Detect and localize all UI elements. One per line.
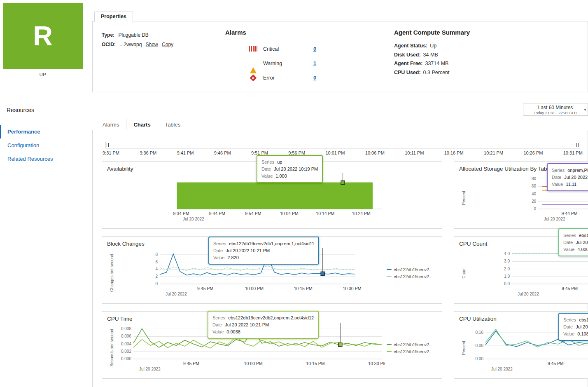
chart-card-storage-utilization: Allocated Storage Utilization By Tablesp… <box>454 161 588 229</box>
legend-item: ebs122db19cenv2... <box>387 349 438 354</box>
timeline-tick: 10:21 PM <box>484 150 503 155</box>
y-axis-label: Changes per second <box>107 248 117 298</box>
svg-text:20: 20 <box>532 199 537 204</box>
svg-text:9:45 PM: 9:45 PM <box>548 361 564 366</box>
charts-grid: Availability 9:34 PM9:44 PM9:54 PM10:04 … <box>102 161 583 379</box>
svg-text:0.08: 0.08 <box>476 343 484 348</box>
chart-legend: ebs122db19cenv2...ebs122db19cenv2... <box>385 248 438 298</box>
agent-summary-title: Agent Compute Summary <box>394 29 579 36</box>
chart-card-block-changes: Block Changes Changes per second 024689:… <box>102 236 442 304</box>
svg-text:0.004: 0.004 <box>121 342 131 346</box>
timeline-tick: 9:46 PM <box>214 150 231 155</box>
chart-legend: ebs122db19cenv2...ebs122db19cenv2... <box>385 323 438 373</box>
svg-text:6: 6 <box>155 260 158 264</box>
alarm-row-warning: ! Warning 1 <box>248 56 394 70</box>
timeline-tick: 10:11 PM <box>405 150 424 155</box>
timeline-tick: 10:01 PM <box>325 150 345 155</box>
alarm-label: Error <box>263 75 303 81</box>
svg-text:1.0: 1.0 <box>504 274 510 279</box>
svg-text:9:44 PM: 9:44 PM <box>209 211 225 216</box>
time-range-sublabel: Today 21:31 - 22:31 CDT <box>523 110 588 115</box>
y-axis-label: Seconds per second <box>107 323 117 373</box>
ocid-label: OCID: <box>102 42 116 47</box>
agent-compute-summary: Agent Compute Summary Agent Status:Up Di… <box>394 29 579 85</box>
tab-alarms[interactable]: Alarms <box>96 119 126 130</box>
svg-text:2.0: 2.0 <box>504 267 510 271</box>
charts-panel: 9:31 PM9:36 PM9:41 PM9:46 PM9:51 PM9:56 … <box>92 130 588 387</box>
legend-swatch <box>387 269 392 270</box>
critical-count-link[interactable]: 0 <box>313 46 316 52</box>
sidebar-item-configuration[interactable]: Configuration <box>0 138 92 152</box>
timeline-tick: 9:31 PM <box>103 150 119 155</box>
warning-icon: ! <box>250 60 257 66</box>
legend-label: ebs122db19cenv2... <box>394 274 433 279</box>
svg-text:9:54 PM: 9:54 PM <box>245 211 261 216</box>
legend-swatch <box>387 344 392 345</box>
svg-text:10:24 PM: 10:24 PM <box>352 211 371 216</box>
chart-tooltip: Seriesebs122db19cenv2db2,onprem,2,oct4si… <box>208 311 319 339</box>
slider-handle-left[interactable] <box>107 143 109 147</box>
chart-tooltip: Seriesup DateJul 20 2022 10:19 PM Value1… <box>257 155 323 183</box>
svg-text:0.00: 0.00 <box>476 357 484 361</box>
svg-text:3.0: 3.0 <box>504 259 510 263</box>
type-row: Type: Pluggable DB <box>102 32 225 38</box>
legend-item: ebs122db19cenv2... <box>387 274 438 279</box>
sidebar-item-related-resources[interactable]: Related Resources <box>0 152 92 166</box>
alarm-label: Warning <box>263 61 303 66</box>
alarms-summary: Alarms Critical 0 ! Warning 1 ✕ Error <box>225 29 394 85</box>
legend-swatch <box>387 276 392 277</box>
svg-text:10:14 PM: 10:14 PM <box>316 211 334 216</box>
error-icon: ✕ <box>250 74 257 81</box>
svg-text:4.0: 4.0 <box>504 251 510 256</box>
svg-text:9:45 PM: 9:45 PM <box>197 286 213 291</box>
legend-label: ebs122db19cenv2... <box>394 349 433 354</box>
entity-status-tile: R <box>3 3 83 69</box>
svg-text:10:04 PM: 10:04 PM <box>280 211 299 216</box>
svg-text:4: 4 <box>155 267 158 271</box>
alarm-label: Critical <box>263 46 303 52</box>
time-range-selector[interactable]: Last 60 Minutes Today 21:31 - 22:31 CDT … <box>523 103 588 116</box>
sidebar: R UP Resources Performance Configuration… <box>0 0 92 387</box>
type-value: Pluggable DB <box>118 32 148 38</box>
time-range-label: Last 60 Minutes <box>523 105 588 110</box>
legend-label: ebs122db19cenv2... <box>394 267 433 272</box>
y-axis-label: Percent <box>459 173 469 223</box>
chart-card-cpu-time: CPU Time Seconds per second 0.0000.0020.… <box>102 311 442 379</box>
time-range-slider[interactable] <box>105 142 580 148</box>
tab-properties[interactable]: Properties <box>94 12 133 22</box>
charts-tabbar: Alarms Charts Tables <box>96 119 187 130</box>
agent-status-row: Agent Status:Up <box>394 42 579 51</box>
tab-tables[interactable]: Tables <box>158 119 188 130</box>
y-axis-label <box>107 173 117 223</box>
tab-charts[interactable]: Charts <box>126 119 158 130</box>
chevron-down-icon: ▼ <box>583 108 587 112</box>
svg-text:9:34 PM: 9:34 PM <box>173 211 189 216</box>
warning-count-link[interactable]: 1 <box>313 60 316 66</box>
timeline-tick: 9:41 PM <box>177 150 194 155</box>
svg-text:0.16: 0.16 <box>476 330 484 335</box>
timeline-tick: 10:26 PM <box>523 150 543 155</box>
error-count-link[interactable]: 0 <box>313 75 316 81</box>
timeline-ticks: 9:31 PM9:36 PM9:41 PM9:46 PM9:51 PM9:56 … <box>103 150 583 155</box>
chart-tooltip: Seriesebs122db19cenv2db2,onprem,2,oct4si… <box>558 228 588 256</box>
timeline-tick: 9:36 PM <box>140 150 156 155</box>
ocid-show-link[interactable]: Show <box>146 42 158 47</box>
svg-text:0.002: 0.002 <box>121 349 131 354</box>
ocid-row: OCID: ...2wwopq Show Copy <box>102 42 225 47</box>
chart-card-cpu-count: CPU Count Count 0.01.02.03.04.09:45 PM10… <box>454 236 588 304</box>
sidebar-item-performance[interactable]: Performance <box>0 125 92 138</box>
svg-text:10:30 PM: 10:30 PM <box>368 361 385 366</box>
chart-tooltip: Seriesebs122db19cenv2db1,onprem,1,oct4si… <box>208 237 319 265</box>
svg-text:Jul 20 2022: Jul 20 2022 <box>166 292 187 296</box>
ocid-copy-link[interactable]: Copy <box>162 42 173 47</box>
svg-text:0: 0 <box>155 281 158 286</box>
entity-status-text: UP <box>3 72 83 77</box>
slider-handle-right[interactable] <box>576 143 579 147</box>
cpu-used-row: CPU Used:0.3 Percent <box>394 68 579 77</box>
legend-item: ebs122db19cenv2... <box>387 342 438 347</box>
ocid-value: ...2wwopq <box>119 42 142 47</box>
chart-card-availability: Availability 9:34 PM9:44 PM9:54 PM10:04 … <box>102 161 442 229</box>
svg-text:0: 0 <box>534 206 536 211</box>
timeline-tick: 10:06 PM <box>365 150 385 155</box>
properties-panel: Properties Type: Pluggable DB OCID: ...2… <box>92 21 588 92</box>
